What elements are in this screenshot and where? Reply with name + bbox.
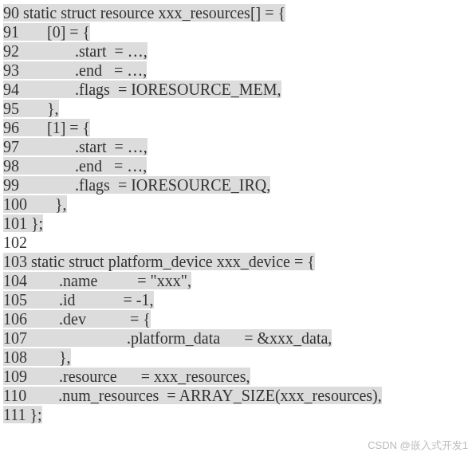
- line-number: 93: [3, 61, 19, 79]
- code-line: 101 };: [3, 214, 476, 233]
- code-line: 102: [3, 233, 476, 252]
- line-number: 96: [3, 119, 19, 136]
- line-number: 97: [3, 138, 19, 155]
- code-line: 109 .resource = xxx_resources,: [3, 367, 476, 386]
- line-number: 92: [3, 42, 19, 60]
- line-number: 111: [3, 406, 26, 423]
- line-text: .flags = IORESOURCE_IRQ,: [19, 176, 270, 194]
- code-line: 108 },: [3, 348, 476, 367]
- code-line: 91 [0] = {: [3, 22, 476, 41]
- code-line: 96 [1] = {: [3, 118, 476, 137]
- line-text: },: [27, 195, 67, 213]
- line-text: [1] = {: [19, 119, 90, 136]
- code-line: 103 static struct platform_device xxx_de…: [3, 252, 476, 271]
- line-text: };: [26, 406, 42, 423]
- line-text: .start = …,: [19, 138, 148, 155]
- code-line: 90 static struct resource xxx_resources[…: [3, 3, 476, 22]
- code-line: 104 .name = "xxx",: [3, 271, 476, 290]
- line-number: 101: [3, 214, 27, 232]
- line-number: 103: [3, 253, 27, 270]
- code-line: 92 .start = …,: [3, 41, 476, 61]
- line-text: .dev = {: [27, 310, 151, 328]
- line-text: .name = "xxx",: [27, 272, 191, 289]
- line-number: 108: [3, 348, 27, 366]
- line-text: .resource = xxx_resources,: [27, 368, 250, 385]
- line-text: .end = …,: [19, 157, 147, 175]
- line-number: 106: [3, 310, 27, 328]
- line-number: 104: [3, 272, 27, 289]
- line-text: .platform_data = &xxx_data,: [27, 329, 332, 347]
- line-number: 110: [3, 387, 26, 404]
- line-number: 98: [3, 157, 19, 175]
- code-line: 110 .num_resources = ARRAY_SIZE(xxx_reso…: [3, 386, 476, 405]
- line-text: };: [27, 214, 43, 232]
- line-text: .end = …,: [19, 61, 147, 79]
- code-block: 90 static struct resource xxx_resources[…: [0, 0, 476, 427]
- line-text: },: [27, 348, 71, 366]
- code-line: 94 .flags = IORESOURCE_MEM,: [3, 80, 476, 99]
- line-text: },: [19, 100, 59, 117]
- line-number: 102: [3, 234, 27, 251]
- code-line: 97 .start = …,: [3, 137, 476, 156]
- line-number: 90: [3, 4, 19, 22]
- code-line: 105 .id = -1,: [3, 290, 476, 309]
- line-text: static struct platform_device xxx_device…: [27, 253, 315, 270]
- code-line: 107 .platform_data = &xxx_data,: [3, 328, 476, 348]
- line-text: .num_resources = ARRAY_SIZE(xxx_resource…: [26, 387, 381, 404]
- line-number: 105: [3, 291, 27, 309]
- code-line: 98 .end = …,: [3, 156, 476, 175]
- line-text: .id = -1,: [27, 291, 154, 309]
- line-number: 94: [3, 81, 19, 98]
- line-text: .flags = IORESOURCE_MEM,: [19, 81, 281, 98]
- code-line: 111 };: [3, 405, 476, 424]
- code-line: 95 },: [3, 99, 476, 118]
- code-line: 106 .dev = {: [3, 309, 476, 328]
- code-line: 100 },: [3, 195, 476, 214]
- line-text: static struct resource xxx_resources[] =…: [19, 4, 285, 22]
- code-line: 99 .flags = IORESOURCE_IRQ,: [3, 175, 476, 195]
- line-number: 107: [3, 329, 27, 347]
- line-number: 109: [3, 368, 27, 385]
- line-text: [0] = {: [19, 23, 90, 41]
- line-number: 100: [3, 195, 27, 213]
- line-number: 91: [3, 23, 19, 41]
- line-number: 95: [3, 100, 19, 117]
- code-line: 93 .end = …,: [3, 61, 476, 80]
- line-number: 99: [3, 176, 19, 194]
- line-text: .start = …,: [19, 42, 148, 60]
